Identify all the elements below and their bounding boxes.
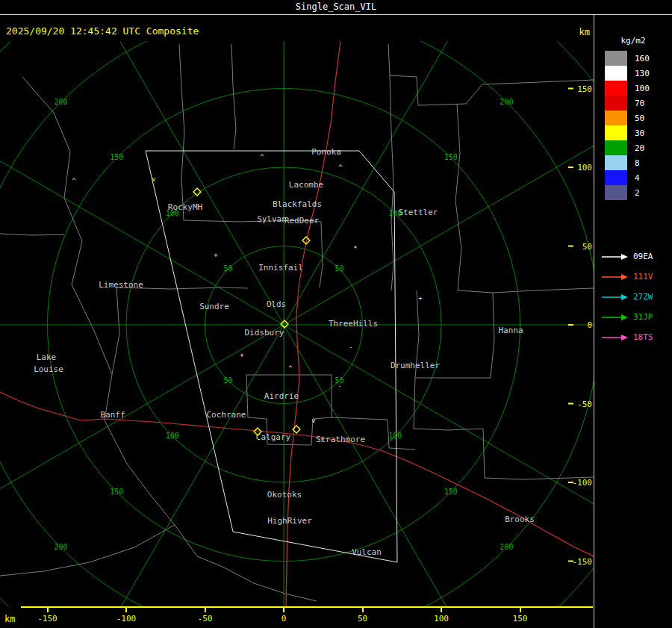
radar-arrow-icon [600,332,629,343]
window-title: Single_Scan_VIL [296,1,376,12]
city-label-blackfalds: Blackfalds [273,199,322,209]
right-axis-label: -100 [573,478,593,488]
county-boundary [0,525,175,576]
bottom-axis-label: -50 [198,614,213,624]
legend-row: 111V [600,267,672,287]
city-label-lacombe: Lacombe [289,180,323,190]
right-axis-unit: km [564,27,590,37]
city-label-banff: Banff [100,410,125,420]
point-marker: . [349,342,352,349]
colorbar-value: 4 [635,173,640,183]
colorbar-row: 70 [605,96,672,111]
radar-id-label: 27ZW [633,292,653,302]
point-marker: ^ [338,164,343,171]
colorbar-row: 160 [605,51,672,66]
city-label-rockymh: RockyMH [168,202,202,212]
city-label-didsbury: Didsbury [245,328,284,338]
range-label: 200 [500,543,513,551]
city-label-drumheller: Drumheller [391,361,441,370]
right-axis-label: -50 [577,400,592,409]
city-label-cochrane: Cochrane [207,410,246,420]
bottom-axis-label: -150 [37,614,57,624]
right-axis-label: 150 [577,84,592,94]
point-marker: + [240,351,244,358]
point-marker: + [418,294,423,302]
radar-arrow-icon [600,272,629,282]
point-marker: . [337,381,341,388]
colorbar-swatch [605,66,627,81]
window-titlebar: Single_Scan_VIL [0,0,672,15]
range-label: 100 [388,432,402,440]
point-marker: ^ [72,177,76,184]
city-label-limestone: Limestone [99,280,143,290]
city-label-stettler: Stettler [399,208,438,217]
city-label-threehills: ThreeHills [329,319,378,329]
bottom-axis-tick [283,608,284,612]
colorbar-swatch [605,81,627,96]
range-label: 200 [55,543,68,551]
scan-timestamp: 2025/09/20 12:45:42 UTC Composite [6,25,199,37]
colorbar-value: 2 [635,188,640,198]
point-marker: ^ [288,364,293,372]
range-label: 50 [223,376,232,385]
colorbar-swatch [605,96,627,111]
colorbar-swatch [605,111,627,125]
radar-id-label: 09EA [633,252,653,261]
legend-row: 18TS [600,327,672,347]
bottom-axis-label: -100 [116,614,137,624]
point-marker: + [214,251,218,258]
bottom-axis-tick [362,608,364,612]
bottom-axis-unit: km [4,614,15,624]
range-label: 150 [444,488,458,496]
county-boundary [390,75,393,290]
right-axis-label: 100 [577,163,592,172]
range-label: 100 [166,432,179,440]
colorbar-title: kg/m2 [594,36,672,46]
city-label-highriver: HighRiver [267,516,312,526]
city-label-olds: Olds [267,299,287,309]
city-label-reddeer: RedDeer [284,216,320,226]
city-label-calgary: Calgary [256,432,291,442]
radar-site-legend: 09EA111V27ZW31JP18TS [600,246,672,347]
county-boundary [112,287,119,374]
colorbar-swatch [605,125,627,140]
city-label-ponoka: Ponoka [311,147,341,157]
legend-panel: kg/m2 16013010070503020842 09EA111V27ZW3… [594,15,672,628]
colorbar-swatch [605,51,627,66]
bottom-axis-label: 50 [358,614,367,624]
colorbar-row: 130 [605,66,672,81]
range-label: 150 [110,153,123,161]
point-marker: v [152,175,155,183]
colorbar-row: 8 [605,155,672,170]
city-label-brooks: Brooks [505,514,535,524]
bottom-axis-tick [520,608,521,612]
city-label-sylvan: Sylvan [257,214,287,224]
legend-row: 27ZW [600,287,672,307]
colorbar-swatch [605,155,627,170]
colorbar-value: 8 [635,158,640,168]
range-label: 50 [335,264,344,273]
county-boundary [332,417,415,450]
bottom-axis-label: 100 [434,614,449,624]
bottom-axis-line [21,606,593,608]
county-boundary [223,567,317,601]
bottom-axis-tick [205,608,206,612]
colorbar-swatch [605,170,627,185]
point-marker: x [320,436,325,444]
city-label-lake: Lake [37,352,57,362]
colorbar-value: 30 [635,128,644,138]
bottom-axis-label: 0 [281,614,287,624]
colorbar-value: 50 [635,114,644,123]
radar-id-label: 31JP [633,312,653,322]
county-boundary [458,288,594,293]
radar-map[interactable]: 5010015020050100150200501001502005010015… [0,41,594,606]
city-label-hanna: Hanna [498,326,523,335]
city-label-sundre: Sundre [199,302,229,311]
colorbar-row: 4 [605,170,672,185]
colorbar-value: 70 [635,99,644,108]
legend-row: 31JP [600,307,672,327]
county-boundary [491,293,494,378]
range-label: 50 [223,264,232,273]
colorbar-row: 50 [605,111,672,125]
range-label: 200 [500,98,513,106]
